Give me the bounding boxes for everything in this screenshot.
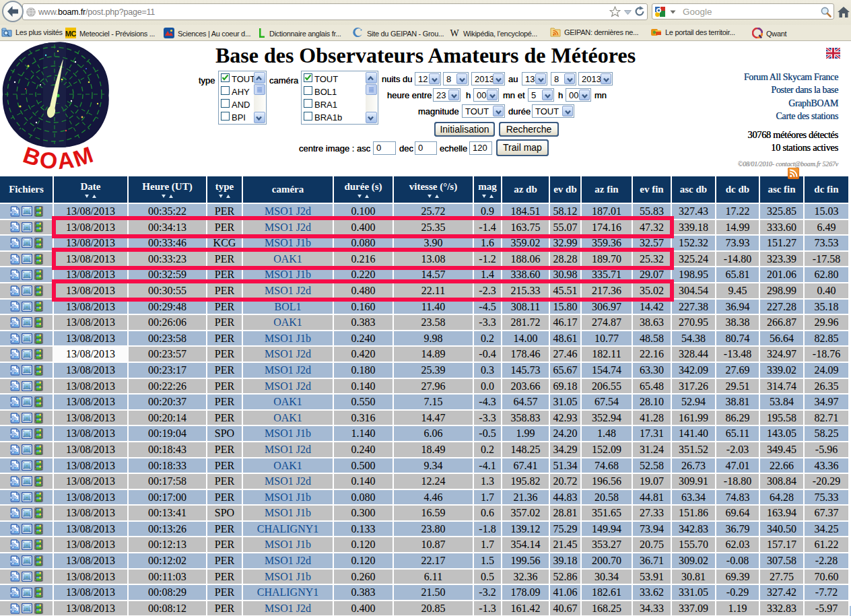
svg-text:W: W [450,28,460,38]
svg-text:MC: MC [65,30,76,38]
